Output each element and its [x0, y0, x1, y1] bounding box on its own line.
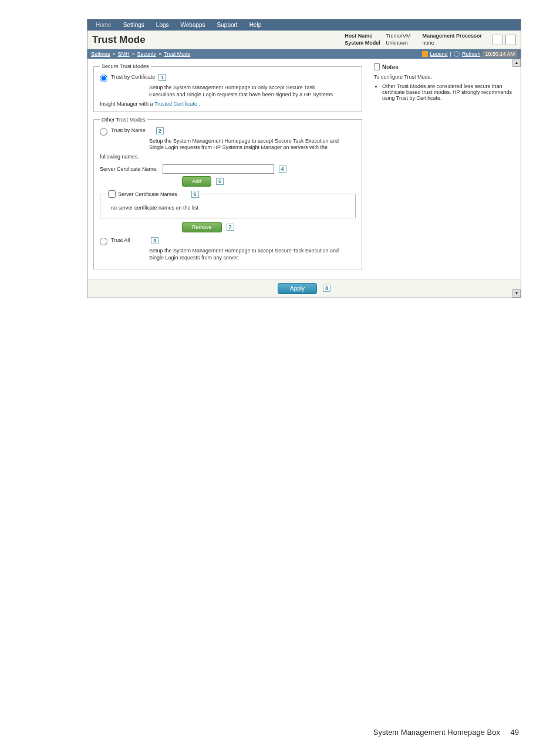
host-name-value: TremorVM — [386, 33, 410, 40]
mgmt-info: Management Processor none — [416, 33, 488, 46]
footer-bar: Apply 8 — [87, 279, 521, 298]
cert-desc-line1: Setup the System Management Homepage to … — [149, 85, 356, 92]
cert-name-input[interactable] — [163, 164, 274, 174]
callout-5: 5 — [216, 178, 224, 185]
notes-intro: To configure Trust Mode: — [374, 74, 515, 80]
trust-by-name-label: Trust by Name — [111, 127, 146, 133]
host-info: Host NameTremorVM System ModelUnknown — [339, 33, 416, 46]
main-column: Secure Trust Modes Trust by Certificate … — [87, 59, 368, 278]
trust-all-desc-line1: Setup the System Management Homepage to … — [149, 248, 356, 255]
nav-help[interactable]: Help — [244, 21, 268, 29]
nav-bar: Home Settings Logs Webapps Support Help — [87, 19, 521, 31]
insight-text: Insight Manager with a — [100, 101, 153, 107]
trust-by-certificate-label: Trust by Certificate — [111, 74, 155, 80]
notes-panel: Notes To configure Trust Mode: Other Tru… — [368, 59, 521, 278]
cert-name-label: Server Certificate Name: — [100, 166, 158, 172]
system-model-label: System Model — [345, 40, 386, 47]
name-desc-line2: Single Login requests from HP Systems In… — [149, 144, 356, 151]
grid-icon[interactable] — [505, 35, 516, 45]
app-window: Home Settings Logs Webapps Support Help … — [87, 19, 521, 298]
trust-by-name-radio[interactable] — [100, 128, 107, 136]
mgmt-proc-label: Management Processor — [422, 33, 482, 40]
name-desc: Setup the System Management Homepage to … — [149, 138, 356, 151]
host-name-label: Host Name — [345, 33, 386, 40]
server-cert-names-legend: Server Certificate Names — [118, 191, 177, 197]
notes-list: Other Trust Modes are considered less se… — [374, 83, 515, 101]
breadcrumb-sep: » — [132, 51, 135, 57]
content-scroll: ▴ Secure Trust Modes Trust by Certificat… — [87, 59, 521, 297]
system-model-value: Unknown — [386, 40, 408, 47]
divider: | — [450, 51, 451, 57]
breadcrumb-trust-mode[interactable]: Trust Mode — [164, 51, 190, 57]
notes-heading-text: Notes — [382, 64, 399, 70]
notes-heading: Notes — [374, 63, 515, 70]
trust-by-certificate-radio[interactable] — [100, 75, 107, 82]
nav-logs[interactable]: Logs — [150, 21, 175, 29]
secure-legend: Secure Trust Modes — [100, 63, 151, 69]
cert-name-row: Server Certificate Name: 4 — [100, 164, 356, 174]
callout-3: 3 — [151, 237, 158, 244]
callout-6: 6 — [191, 191, 199, 198]
page-title: Trust Mode — [92, 34, 339, 46]
no-certs-text: no server certificate names on the list — [106, 202, 349, 213]
nav-home[interactable]: Home — [90, 21, 117, 29]
add-button[interactable]: Add — [182, 176, 211, 187]
scroll-down-icon[interactable]: ▾ — [512, 289, 521, 298]
refresh-link[interactable]: Refresh — [462, 51, 481, 57]
callout-4: 4 — [279, 166, 286, 173]
notes-bullet: Other Trust Modes are considered less se… — [382, 83, 515, 101]
other-trust-modes-fieldset: Other Trust Modes Trust by Name 2 Setup … — [93, 117, 362, 269]
nav-support[interactable]: Support — [211, 21, 244, 29]
title-bar: Trust Mode Host NameTremorVM System Mode… — [87, 31, 521, 49]
cert-desc-line2: Executions and Single Login requests tha… — [149, 92, 356, 99]
callout-1: 1 — [158, 74, 166, 81]
time-display: 10:50:14 AM — [483, 50, 517, 58]
period: . — [199, 101, 201, 107]
breadcrumb-security[interactable]: Security — [137, 51, 157, 57]
secure-trust-modes-fieldset: Secure Trust Modes Trust by Certificate … — [93, 63, 362, 112]
server-cert-names-checkbox[interactable] — [108, 190, 116, 198]
cert-desc: Setup the System Management Homepage to … — [149, 85, 356, 98]
other-legend: Other Trust Modes — [100, 117, 147, 123]
name-desc-line1: Setup the System Management Homepage to … — [149, 138, 356, 145]
scroll-up-icon[interactable]: ▴ — [512, 59, 521, 67]
legend-icon — [422, 51, 428, 57]
breadcrumb-settings[interactable]: Settings — [91, 51, 110, 57]
trust-all-desc: Setup the System Management Homepage to … — [149, 248, 356, 261]
trust-all-desc-line2: Single Login requests from any server. — [149, 255, 356, 262]
trust-all-radio[interactable] — [100, 238, 107, 245]
legend-link[interactable]: Legend — [430, 51, 448, 57]
nav-webapps[interactable]: Webapps — [175, 21, 211, 29]
mgmt-proc-value: none — [422, 40, 434, 47]
printer-icon[interactable] — [492, 35, 503, 45]
breadcrumb-sep: » — [158, 51, 161, 57]
nav-settings[interactable]: Settings — [117, 21, 150, 29]
document-icon — [374, 63, 380, 70]
server-cert-names-fieldset: Server Certificate Names 6 no server cer… — [100, 190, 356, 218]
breadcrumb-smh[interactable]: SMH — [118, 51, 130, 57]
callout-8: 8 — [323, 285, 330, 292]
following-names-text: following names. — [100, 154, 356, 160]
title-icons — [492, 35, 516, 45]
breadcrumb-bar: Settings » SMH » Security » Trust Mode L… — [87, 49, 521, 59]
refresh-icon — [454, 51, 460, 57]
callout-7: 7 — [227, 224, 234, 231]
trust-all-label: Trust All — [111, 237, 130, 243]
content-area: Secure Trust Modes Trust by Certificate … — [87, 59, 521, 278]
apply-button[interactable]: Apply — [278, 283, 317, 294]
remove-button[interactable]: Remove — [182, 222, 222, 232]
breadcrumb-sep: » — [113, 51, 116, 57]
trusted-certificate-link[interactable]: Trusted Certificate — [154, 101, 197, 107]
callout-2: 2 — [156, 127, 164, 134]
